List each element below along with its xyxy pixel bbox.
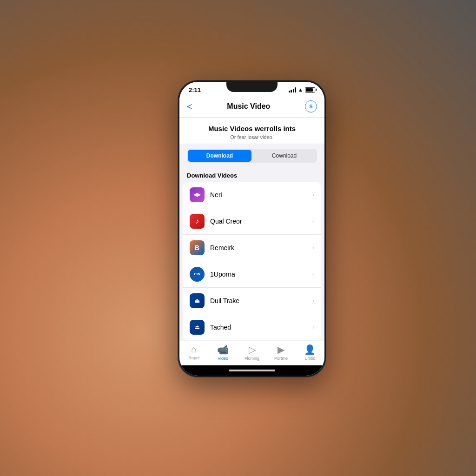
phone: 2:11 ▲ < Music Video — [178, 80, 326, 377]
tab-unitio[interactable]: 👤 Unitio — [296, 344, 324, 361]
nav-header: < Music Video S — [179, 97, 324, 118]
tab-floming[interactable]: ▷ Floming — [238, 344, 266, 361]
page-header: Music Videos werrolls ints Or fear losar… — [179, 118, 324, 144]
chevron-icon: › — [312, 218, 314, 225]
duil-trake-icon: ⏏ — [190, 293, 205, 308]
tab-floming-label: Floming — [245, 356, 259, 361]
nav-action-button[interactable]: S — [305, 100, 317, 112]
tab-rapel[interactable]: ⌂ Rapel — [179, 344, 208, 361]
tab-bar: ⌂ Rapel 📹 Video ▷ Floming ▶ Portme — [179, 341, 324, 365]
scene: 2:11 ▲ < Music Video — [0, 0, 476, 476]
uporna-icon: PIN — [190, 267, 205, 282]
list-item[interactable]: B Remeirk › — [183, 235, 321, 261]
chevron-icon: › — [312, 271, 314, 278]
notch — [226, 82, 278, 92]
tached-label: Tached — [210, 324, 312, 331]
remeirk-label: Remeirk — [210, 244, 312, 251]
list-item[interactable]: ⏏ Tached › — [183, 314, 321, 340]
segment-cownload[interactable]: Cownload — [252, 150, 316, 162]
page-subtitle: Or fear losar video. — [187, 134, 317, 140]
page-main-title: Music Videos werrolls ints — [187, 124, 317, 133]
chevron-icon: › — [312, 245, 314, 251]
status-icons: ▲ — [289, 87, 315, 93]
remeirk-icon: B — [190, 240, 205, 255]
status-time: 2:11 — [189, 86, 201, 93]
segment-download[interactable]: Download — [188, 150, 251, 162]
download-videos-list: ◀▶ Neri › ♪ Qual Creor › — [183, 182, 321, 340]
wifi-icon: ▲ — [298, 87, 303, 93]
signal-bars-icon — [289, 87, 297, 93]
content-area: Music Videos werrolls ints Or fear losar… — [179, 118, 324, 341]
nav-title: Music Video — [227, 102, 270, 111]
tab-portme-label: Portme — [274, 356, 288, 361]
section-header: Download Videos — [179, 167, 324, 182]
neri-icon: ◀▶ — [190, 187, 205, 202]
list-item[interactable]: ◀▶ Neri › — [183, 182, 321, 208]
duil-trake-label: Duil Trake — [210, 297, 312, 304]
qual-creor-label: Qual Creor — [210, 218, 312, 225]
tab-unitio-label: Unitio — [304, 356, 315, 361]
tab-video[interactable]: 📹 Video — [208, 344, 237, 361]
tab-portme[interactable]: ▶ Portme — [266, 344, 295, 361]
tab-video-label: Video — [218, 356, 228, 361]
tached-icon: ⏏ — [190, 320, 205, 335]
home-icon: ⌂ — [191, 344, 197, 355]
back-button[interactable]: < — [187, 101, 192, 112]
neri-label: Neri — [210, 191, 312, 198]
battery-icon — [305, 87, 315, 93]
floming-icon: ▷ — [249, 344, 256, 355]
portme-icon: ▶ — [278, 344, 284, 355]
tab-rapel-label: Rapel — [188, 356, 199, 360]
phone-screen: 2:11 ▲ < Music Video — [179, 82, 324, 376]
user-icon: 👤 — [304, 344, 316, 355]
qual-creor-icon: ♪ — [190, 214, 205, 229]
list-item[interactable]: ⏏ Duil Trake › — [183, 288, 321, 314]
home-indicator — [179, 365, 324, 376]
list-item[interactable]: ♪ Qual Creor › — [183, 208, 321, 235]
video-icon: 📹 — [217, 344, 229, 355]
list-item[interactable]: PIN 1Uporna › — [183, 261, 321, 288]
home-bar — [229, 370, 275, 371]
segmented-control: Download Cownload — [187, 149, 317, 163]
chevron-icon: › — [312, 298, 314, 304]
uporna-label: 1Uporna — [210, 271, 312, 278]
phone-wrapper: 2:11 ▲ < Music Video — [178, 80, 326, 377]
chevron-icon: › — [312, 324, 314, 331]
chevron-icon: › — [312, 192, 314, 198]
